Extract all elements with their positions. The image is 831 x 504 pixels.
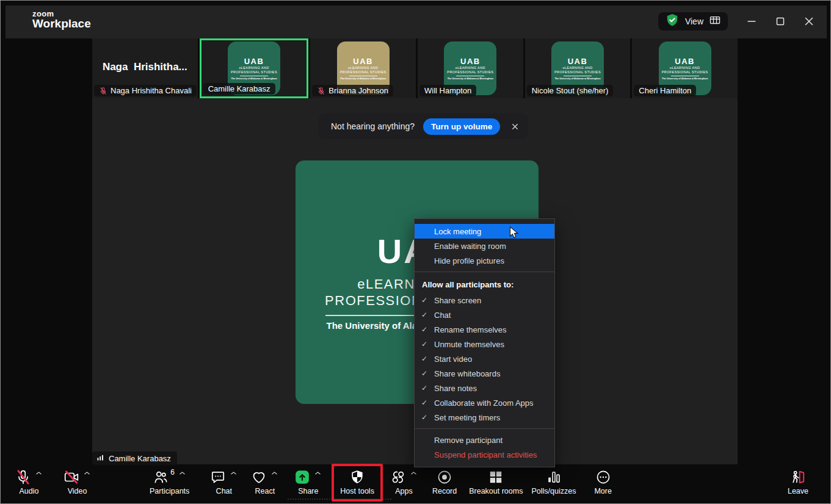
toolbar-button-label: Polls/quizzes bbox=[531, 487, 576, 495]
participant-tile[interactable]: UABeLEARNING ANDPROFESSIONAL STUDIESThe … bbox=[632, 38, 738, 98]
chevron-up-icon[interactable] bbox=[410, 469, 418, 480]
menu-check-item[interactable]: ✓Rename themselves bbox=[415, 322, 554, 337]
menu-check-item[interactable]: ✓Collaborate with Zoom Apps bbox=[415, 395, 554, 410]
chevron-up-icon[interactable] bbox=[178, 469, 186, 480]
uab-logo-line3: The University of Alabama at Birmingham bbox=[448, 77, 493, 80]
minimize-button[interactable] bbox=[745, 15, 758, 28]
participant-name-text: Brianna Johnson bbox=[328, 86, 388, 95]
toolbar-chat-button[interactable]: Chat bbox=[210, 469, 238, 495]
record-icon bbox=[437, 469, 452, 485]
menu-check-item[interactable]: ✓Set meeting timers bbox=[415, 410, 554, 425]
menu-item[interactable]: Lock meeting bbox=[415, 224, 554, 239]
uab-logo-divider bbox=[564, 76, 592, 76]
menu-check-item[interactable]: ✓Chat bbox=[415, 308, 554, 322]
menu-section-heading: Allow all participants to: bbox=[415, 276, 554, 293]
menu-check-item[interactable]: ✓Unmute themselves bbox=[415, 337, 554, 351]
toolbar-apps-button[interactable]: Apps bbox=[390, 469, 418, 495]
menu-item[interactable]: Suspend participant activities bbox=[415, 447, 554, 462]
participant-filmstrip: Naga Hrishitha...Naga Hrishitha ChavaliU… bbox=[92, 38, 738, 98]
chevron-up-icon[interactable] bbox=[314, 469, 322, 480]
participant-name-label: Cheri Hamilton bbox=[634, 85, 696, 96]
toolbar-record-button[interactable]: Record bbox=[432, 469, 457, 495]
participant-tile[interactable]: UABeLEARNING ANDPROFESSIONAL STUDIESThe … bbox=[525, 38, 631, 98]
menu-item[interactable]: Remove participant bbox=[415, 433, 554, 447]
chevron-up-icon[interactable] bbox=[83, 469, 91, 480]
toolbar-button-label: Chat bbox=[216, 487, 232, 495]
chat-icon bbox=[210, 469, 226, 485]
check-icon: ✓ bbox=[421, 325, 427, 334]
participant-name-text: Nicole Stout (she/her) bbox=[532, 86, 609, 95]
participant-name-text: Will Hampton bbox=[424, 86, 471, 95]
toast-close-icon[interactable] bbox=[509, 120, 521, 132]
chevron-up-icon[interactable] bbox=[35, 469, 43, 480]
toolbar-host-tools-button[interactable]: Host tools bbox=[332, 464, 383, 502]
toolbar-button-label: Host tools bbox=[340, 487, 374, 495]
turn-up-volume-button[interactable]: Turn up volume bbox=[423, 118, 500, 135]
menu-check-item[interactable]: ✓Start video bbox=[415, 351, 554, 366]
toolbar-video-button[interactable]: Video bbox=[64, 469, 91, 495]
toolbar-button-label: Video bbox=[68, 487, 87, 495]
participant-display-name: Naga Hrishitha... bbox=[92, 61, 198, 73]
check-icon: ✓ bbox=[421, 384, 427, 392]
menu-item-label: Chat bbox=[434, 311, 451, 320]
uab-logo-divider bbox=[671, 76, 699, 76]
check-icon: ✓ bbox=[421, 340, 427, 348]
mic-muted-icon bbox=[15, 469, 31, 485]
title-bar: zoom Workplace View bbox=[5, 5, 827, 38]
menu-item[interactable]: Enable waiting room bbox=[415, 239, 554, 253]
chevron-up-icon[interactable] bbox=[270, 469, 278, 480]
participant-tile[interactable]: Naga Hrishitha...Naga Hrishitha Chavali bbox=[92, 38, 198, 98]
toolbar-more-button[interactable]: More bbox=[594, 469, 611, 495]
menu-check-item[interactable]: ✓Share whiteboards bbox=[415, 366, 554, 381]
uab-logo-acronym: UAB bbox=[353, 57, 373, 66]
uab-logo-line2: PROFESSIONAL STUDIES bbox=[662, 70, 708, 74]
uab-logo-acronym: UAB bbox=[460, 57, 481, 66]
participant-tile[interactable]: UABeLEARNING ANDPROFESSIONAL STUDIESThe … bbox=[310, 38, 416, 98]
uab-logo-line2: PROFESSIONAL STUDIES bbox=[231, 70, 277, 74]
uab-logo-line1: eLEARNING AND bbox=[348, 66, 378, 70]
toolbar-button-label: Leave bbox=[788, 487, 808, 495]
participant-tile[interactable]: UABeLEARNING ANDPROFESSIONAL STUDIESThe … bbox=[200, 38, 309, 98]
menu-check-item[interactable]: ✓Share screen bbox=[415, 293, 554, 308]
chevron-up-icon[interactable] bbox=[230, 469, 238, 480]
check-icon: ✓ bbox=[421, 398, 427, 407]
leave-icon bbox=[790, 469, 806, 485]
menu-item-label: Start video bbox=[434, 355, 472, 364]
toolbar-audio-button[interactable]: Audio bbox=[15, 469, 43, 495]
breakout-icon bbox=[488, 469, 504, 485]
toolbar-react-button[interactable]: React bbox=[251, 469, 278, 495]
toolbar-share-button[interactable]: Share bbox=[294, 469, 322, 495]
toolbar-leave-button[interactable]: Leave bbox=[788, 469, 808, 495]
toolbar-button-label: Participants bbox=[150, 487, 189, 495]
menu-item-label: Rename themselves bbox=[434, 325, 507, 334]
toolbar-participants-button[interactable]: 6Participants bbox=[150, 469, 189, 495]
menu-divider bbox=[415, 272, 554, 272]
toolbar-breakout-rooms-button[interactable]: Breakout rooms bbox=[469, 469, 523, 495]
maximize-button[interactable] bbox=[774, 15, 787, 28]
meeting-toolbar: AudioVideo6ParticipantsChatReactShareHos… bbox=[7, 464, 826, 500]
menu-divider bbox=[415, 428, 554, 429]
uab-logo-line1: eLEARNING AND bbox=[562, 66, 592, 70]
toolbar-polls-quizzes-button[interactable]: Polls/quizzes bbox=[531, 469, 576, 495]
audio-toast: Not hearing anything? Turn up volume bbox=[319, 113, 528, 139]
menu-item-label: Suspend participant activities bbox=[434, 450, 537, 459]
menu-check-item[interactable]: ✓Share notes bbox=[415, 381, 554, 395]
uab-logo-acronym: UAB bbox=[244, 57, 264, 66]
menu-item-label: Remove participant bbox=[434, 436, 503, 445]
apps-icon bbox=[390, 469, 406, 485]
participant-name-label: Will Hampton bbox=[419, 85, 476, 96]
view-button[interactable]: View bbox=[658, 12, 728, 31]
camera-muted-icon bbox=[64, 469, 79, 485]
participants-icon bbox=[153, 469, 169, 485]
uab-logo-divider bbox=[240, 76, 268, 76]
menu-item-label: Enable waiting room bbox=[434, 242, 506, 251]
close-button[interactable] bbox=[802, 15, 816, 28]
menu-item-label: Lock meeting bbox=[434, 227, 481, 236]
toast-message: Not hearing anything? bbox=[331, 121, 415, 131]
toolbar-button-label: Breakout rooms bbox=[469, 487, 523, 495]
zoom-workplace-logo: zoom Workplace bbox=[32, 10, 91, 31]
menu-item[interactable]: Hide profile pictures bbox=[415, 253, 554, 268]
uab-logo-divider bbox=[349, 76, 377, 76]
participant-tile[interactable]: UABeLEARNING ANDPROFESSIONAL STUDIESThe … bbox=[418, 38, 523, 98]
uab-logo-line2: PROFESSIONAL STUDIES bbox=[340, 70, 386, 74]
